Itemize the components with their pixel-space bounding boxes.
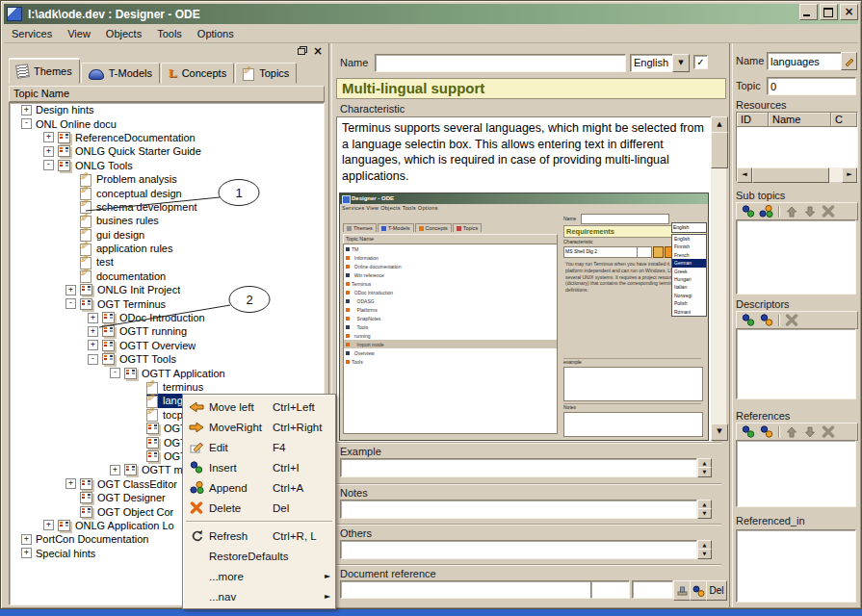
name-input[interactable] bbox=[375, 54, 626, 72]
characteristic-scrollbar[interactable]: ▲ ▼ bbox=[711, 116, 726, 441]
tree-item-problem-analysis[interactable]: +Problem analysis bbox=[10, 172, 324, 186]
tree-item-content[interactable]: ONL Online docu bbox=[36, 116, 324, 130]
tree-item-conceptual-design[interactable]: +conceptual design bbox=[10, 186, 324, 199]
document-reference-input[interactable] bbox=[340, 580, 591, 599]
link-icon[interactable] bbox=[757, 314, 775, 327]
characteristic-area[interactable]: Terminus supports several languages, whi… bbox=[336, 116, 713, 443]
notes-spinner[interactable]: ▲▼ bbox=[697, 500, 712, 519]
references-list[interactable] bbox=[736, 440, 856, 507]
delete-icon[interactable] bbox=[819, 425, 837, 439]
tree-item-content[interactable]: ONLG Init Project bbox=[80, 283, 324, 296]
document-reference-link-button[interactable] bbox=[690, 580, 707, 601]
expand-icon[interactable]: + bbox=[43, 132, 54, 142]
tree-item-busines-rules[interactable]: +busines rules bbox=[10, 214, 324, 227]
tree-item-referencedocumentation[interactable]: +ReferenceDocumentation bbox=[10, 131, 324, 144]
tree-item-content[interactable]: Design hints bbox=[36, 103, 324, 116]
tree-item-content[interactable]: application rules bbox=[80, 242, 324, 255]
tree-item-content[interactable]: OGT Terminus bbox=[80, 296, 324, 310]
tree-item-content[interactable]: ONLG Tools bbox=[58, 159, 324, 172]
tree-item-content[interactable]: ODoc Introduction bbox=[102, 311, 324, 324]
expand-icon[interactable]: + bbox=[21, 105, 32, 116]
tree-item-content[interactable]: gui design bbox=[80, 228, 324, 242]
scroll-down-icon[interactable]: ▼ bbox=[711, 424, 728, 441]
scroll-thumb[interactable] bbox=[711, 132, 728, 168]
context-menu-item-delete[interactable]: DeleteDel bbox=[184, 498, 334, 518]
insert-icon[interactable] bbox=[739, 314, 757, 327]
tree-item-onlg-init-project[interactable]: +ONLG Init Project bbox=[10, 283, 324, 296]
context-menu-item-move-left[interactable]: Move leftCtrl+Left bbox=[184, 397, 334, 417]
tree-item-ogtt-overview[interactable]: +OGTT Overview bbox=[10, 339, 324, 352]
tree-item-content[interactable]: busines rules bbox=[80, 214, 324, 227]
example-spinner[interactable]: ▲▼ bbox=[697, 458, 712, 477]
hscroll-left-icon[interactable]: ◄ bbox=[737, 167, 752, 183]
expand-icon[interactable]: + bbox=[110, 465, 120, 475]
rp-name-input[interactable] bbox=[767, 52, 842, 70]
document-reference-del-button[interactable]: Del bbox=[706, 580, 727, 601]
language-checkbox[interactable]: ✓ bbox=[693, 55, 708, 69]
tree-item-content[interactable]: OGTT Tools bbox=[102, 352, 324, 366]
menu-view[interactable]: View bbox=[60, 26, 98, 41]
others-spinner[interactable]: ▲▼ bbox=[697, 540, 712, 559]
tree-item-application-rules[interactable]: +application rules bbox=[10, 242, 324, 255]
menu-services[interactable]: Services bbox=[4, 26, 60, 41]
up-icon[interactable] bbox=[782, 425, 800, 439]
dock-close-icon[interactable]: × bbox=[313, 46, 323, 56]
example-input[interactable] bbox=[340, 458, 697, 477]
menu-objects[interactable]: Objects bbox=[98, 26, 149, 41]
rp-name-edit-button[interactable] bbox=[841, 52, 857, 70]
document-reference-field-3[interactable] bbox=[632, 580, 673, 599]
context-menu-item-edit[interactable]: EditF4 bbox=[184, 437, 334, 457]
tab-topics[interactable]: Topics bbox=[235, 63, 297, 84]
close-button[interactable]: × bbox=[840, 4, 858, 20]
tree-item-content[interactable]: terminus bbox=[146, 380, 324, 394]
collapse-icon[interactable]: - bbox=[65, 298, 76, 309]
tree-item-content[interactable]: documentation bbox=[80, 270, 324, 283]
tree-item-odoc-introduction[interactable]: +ODoc Introduction bbox=[10, 311, 324, 324]
menu-tools[interactable]: Tools bbox=[149, 26, 190, 41]
document-reference-edit-button[interactable] bbox=[673, 580, 691, 601]
tree-item-test[interactable]: +test bbox=[10, 255, 324, 269]
tree-item-content[interactable]: Problem analysis bbox=[80, 172, 324, 186]
menu-options[interactable]: Options bbox=[190, 26, 242, 41]
down-icon[interactable] bbox=[800, 205, 819, 218]
collapse-icon[interactable]: - bbox=[88, 354, 98, 365]
insert-icon[interactable] bbox=[739, 205, 757, 218]
up-icon[interactable] bbox=[782, 205, 800, 218]
others-input[interactable] bbox=[340, 540, 697, 559]
resources-column-name[interactable]: Name bbox=[769, 113, 831, 127]
tree-item-schema-development[interactable]: +schema development bbox=[10, 200, 324, 214]
expand-icon[interactable]: + bbox=[88, 340, 98, 350]
tree-item-onlg-quick-starter-guide[interactable]: +ONLG Quick Starter Guide bbox=[10, 144, 324, 158]
tree-item-content[interactable]: OGTT Overview bbox=[102, 339, 324, 352]
dock-float-icon[interactable] bbox=[298, 46, 307, 55]
expand-icon[interactable]: + bbox=[88, 326, 98, 337]
document-reference-field-2[interactable] bbox=[590, 580, 630, 599]
expand-icon[interactable]: + bbox=[21, 534, 32, 545]
expand-icon[interactable]: + bbox=[43, 520, 54, 530]
context-menu-item-append[interactable]: AppendCtrl+A bbox=[184, 477, 334, 498]
tree-item-ogtt-tools[interactable]: -OGTT Tools bbox=[10, 352, 324, 366]
rp-topic-input[interactable] bbox=[767, 77, 856, 95]
append-icon[interactable] bbox=[757, 205, 775, 218]
title-bar[interactable]: l:\adk\ode.dev : Designer - ODE bbox=[4, 4, 858, 24]
context-menu-item-restoredefaults[interactable]: RestoreDefaults bbox=[184, 546, 334, 566]
tree-item-ogtt-running[interactable]: +OGTT running bbox=[10, 324, 324, 338]
sub-topics-list[interactable] bbox=[736, 219, 856, 295]
maximize-button[interactable] bbox=[820, 4, 838, 20]
down-icon[interactable] bbox=[800, 425, 819, 439]
context-menu-item-insert[interactable]: InsertCtrl+I bbox=[184, 457, 334, 477]
tree-item-gui-design[interactable]: +gui design bbox=[10, 228, 324, 242]
context-menu-item-moveright[interactable]: MoveRightCtrl+Right bbox=[184, 417, 334, 437]
tree-item-documentation[interactable]: +documentation bbox=[10, 270, 324, 283]
resources-column-id[interactable]: ID bbox=[737, 113, 769, 127]
tree-column-header[interactable]: Topic Name bbox=[9, 86, 325, 102]
expand-icon[interactable]: + bbox=[65, 478, 76, 489]
tree-item-content[interactable]: ONLG Quick Starter Guide bbox=[58, 144, 324, 158]
resources-column-c[interactable]: C bbox=[831, 113, 857, 127]
delete-icon[interactable] bbox=[782, 314, 800, 327]
tab-themes[interactable]: Themes bbox=[9, 59, 80, 84]
expand-icon[interactable]: + bbox=[65, 285, 76, 295]
expand-icon[interactable]: + bbox=[21, 548, 32, 558]
collapse-icon[interactable]: - bbox=[110, 368, 120, 378]
resources-hscrollbar[interactable]: ◄ ► bbox=[737, 167, 857, 181]
